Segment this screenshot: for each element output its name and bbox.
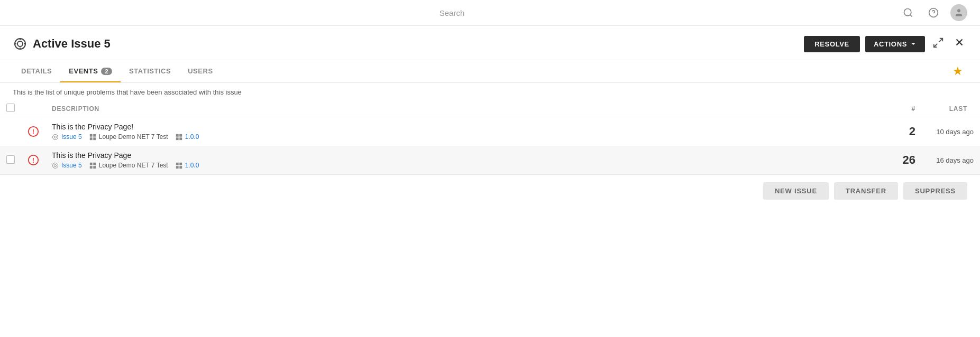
active-issue-icon: [13, 36, 28, 51]
user-icon: [954, 8, 964, 17]
profile-button[interactable]: [950, 4, 967, 21]
row1-check-cell: [0, 117, 21, 146]
error-icon: !: [28, 154, 39, 166]
search-area: Search: [13, 8, 891, 17]
row2-check-cell: [0, 146, 21, 174]
row2-count: 26: [880, 146, 922, 174]
row1-count: 2: [880, 117, 922, 146]
svg-point-30: [54, 164, 57, 166]
row2-last: 16 days ago: [922, 146, 980, 174]
svg-rect-33: [90, 166, 93, 168]
row2-meta-issue: Issue 5: [52, 162, 82, 169]
header-actions: RESOLVE ACTIONS: [804, 34, 967, 53]
resolve-button[interactable]: RESOLVE: [804, 36, 860, 52]
bottom-action-bar: NEW ISSUE TRANSFER SUPPRESS: [0, 174, 980, 207]
expand-icon: [932, 37, 944, 49]
svg-point-17: [53, 134, 58, 139]
col-header-description: DESCRIPTION: [45, 100, 880, 117]
issue-icon: [52, 134, 59, 141]
row2-issue-link[interactable]: Issue 5: [61, 162, 82, 169]
select-all-checkbox[interactable]: [6, 104, 15, 112]
error-icon: !: [28, 126, 39, 137]
avatar: [950, 4, 967, 21]
row2-meta-version: 1.0.0: [176, 162, 199, 169]
actions-button[interactable]: ACTIONS: [865, 36, 925, 52]
search-icon: [903, 7, 913, 18]
table-row: ! This is the Privacy Page Issue 5: [0, 146, 980, 174]
svg-text:!: !: [32, 156, 34, 164]
svg-rect-26: [179, 137, 182, 140]
topbar: Search: [0, 0, 980, 26]
svg-rect-34: [93, 166, 96, 168]
svg-rect-19: [90, 134, 93, 136]
svg-rect-31: [90, 162, 93, 165]
svg-rect-22: [93, 137, 96, 140]
row1-meta: Issue 5 Loupe Demo NET 7 Test: [52, 133, 873, 141]
row2-app-name: Loupe Demo NET 7 Test: [99, 162, 168, 169]
svg-rect-37: [176, 166, 178, 168]
col-header-check: [0, 100, 21, 117]
svg-point-6: [17, 41, 23, 46]
svg-point-0: [904, 9, 911, 16]
svg-rect-24: [179, 134, 182, 136]
svg-rect-36: [179, 162, 182, 165]
events-badge: 2: [101, 68, 112, 75]
page-title: Active Issue 5: [33, 37, 111, 51]
page-header: Active Issue 5 RESOLVE ACTIONS: [0, 26, 980, 60]
transfer-button[interactable]: TRANSFER: [834, 182, 898, 200]
row1-meta-issue: Issue 5: [52, 133, 82, 141]
svg-rect-25: [176, 137, 178, 140]
row1-desc-cell: This is the Privacy Page! Issue 5: [45, 117, 880, 146]
app-icon: [89, 134, 96, 141]
events-subtitle: This is the list of unique problems that…: [0, 83, 980, 100]
row1-title: This is the Privacy Page!: [52, 123, 873, 131]
svg-line-1: [910, 15, 912, 17]
search-placeholder: Search: [439, 8, 465, 17]
row1-meta-version: 1.0.0: [176, 133, 199, 141]
row1-issue-link[interactable]: Issue 5: [61, 133, 82, 141]
svg-rect-23: [176, 134, 178, 136]
svg-rect-21: [90, 137, 93, 140]
row1-last: 10 days ago: [922, 117, 980, 146]
close-icon: [954, 36, 965, 48]
row1-app-name: Loupe Demo NET 7 Test: [99, 133, 168, 141]
svg-rect-32: [93, 162, 96, 165]
row2-icon-cell: !: [21, 146, 45, 174]
svg-line-12: [934, 43, 937, 46]
col-header-icon: [21, 100, 45, 117]
tab-statistics[interactable]: STATISTICS: [121, 61, 179, 82]
version-icon: [176, 162, 182, 169]
svg-point-4: [957, 9, 960, 12]
help-button[interactable]: [925, 4, 942, 21]
topbar-icons: [900, 4, 967, 21]
svg-line-11: [939, 38, 942, 41]
close-button[interactable]: [951, 34, 967, 53]
expand-button[interactable]: [930, 35, 946, 53]
star-button[interactable]: ★: [948, 60, 967, 82]
help-icon: [928, 7, 939, 18]
row2-version-link[interactable]: 1.0.0: [185, 162, 199, 169]
svg-point-29: [53, 163, 58, 168]
search-button[interactable]: [900, 4, 917, 21]
tab-users[interactable]: USERS: [179, 61, 221, 82]
tabs-bar: DETAILS EVENTS 2 STATISTICS USERS ★: [0, 60, 980, 83]
col-header-hash: #: [880, 100, 922, 117]
new-issue-button[interactable]: NEW ISSUE: [763, 182, 829, 200]
row1-version-link[interactable]: 1.0.0: [185, 133, 199, 141]
actions-label: ACTIONS: [874, 40, 907, 48]
tab-details[interactable]: DETAILS: [13, 61, 60, 82]
col-header-last: LAST: [922, 100, 980, 117]
row2-checkbox[interactable]: [6, 155, 15, 164]
suppress-button[interactable]: SUPPRESS: [903, 182, 967, 200]
svg-text:!: !: [32, 128, 34, 136]
table-body: ! This is the Privacy Page! Issue 5: [0, 117, 980, 175]
version-icon: [176, 134, 182, 141]
svg-rect-35: [176, 162, 178, 165]
events-table: DESCRIPTION # LAST !: [0, 100, 980, 174]
row2-meta: Issue 5 Loupe Demo NET 7 Test: [52, 162, 873, 169]
row2-title: This is the Privacy Page: [52, 151, 873, 160]
row1-meta-app: Loupe Demo NET 7 Test: [89, 133, 168, 141]
app-icon: [89, 162, 96, 169]
svg-rect-20: [93, 134, 96, 136]
tab-events[interactable]: EVENTS 2: [60, 61, 121, 82]
